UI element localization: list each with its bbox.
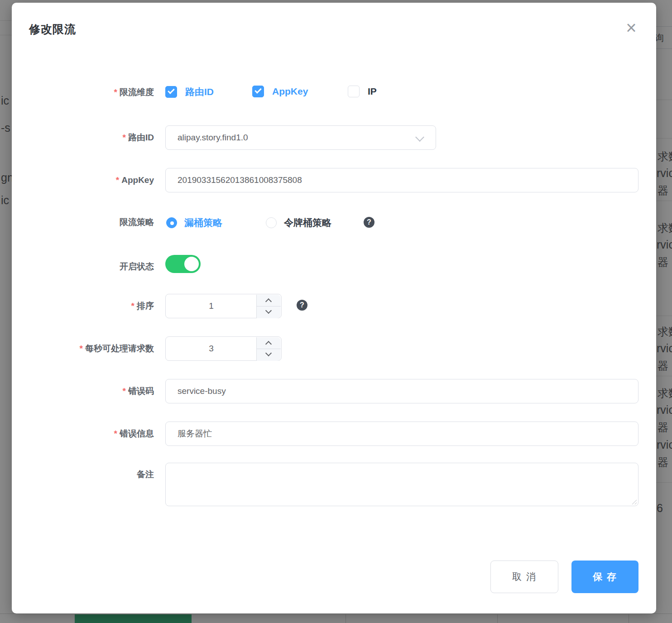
- qps-number-input[interactable]: 3: [165, 336, 282, 361]
- error-message-input[interactable]: 服务器忙: [165, 422, 638, 446]
- field-label-route-id: *路由ID: [12, 125, 154, 150]
- input-value: 3: [209, 344, 214, 353]
- cancel-button[interactable]: 取 消: [490, 561, 558, 593]
- close-icon[interactable]: ×: [621, 18, 641, 38]
- check-icon: [254, 86, 262, 94]
- remark-textarea[interactable]: [165, 463, 638, 506]
- field-label-appkey: *AppKey: [12, 168, 154, 192]
- checkbox-route-id[interactable]: 路由ID: [165, 86, 214, 98]
- checkbox-box: [348, 86, 360, 97]
- stepper-decrease-button[interactable]: [257, 307, 281, 318]
- stepper-increase-button[interactable]: [257, 295, 281, 307]
- field-label-sort: *排序: [12, 294, 154, 318]
- help-icon[interactable]: ?: [297, 300, 307, 311]
- checkbox-ip[interactable]: IP: [348, 86, 377, 97]
- field-label-strategy: 限流策略: [12, 216, 154, 228]
- required-asterisk: *: [80, 344, 83, 353]
- field-label-error-code: *错误码: [12, 379, 154, 403]
- input-value: 20190331562013861008375808: [178, 175, 302, 185]
- dialog-title: 修改限流: [29, 22, 76, 37]
- chevron-up-icon: [265, 298, 272, 305]
- chevron-down-icon: [265, 307, 272, 314]
- chevron-down-icon: [415, 133, 424, 142]
- radio-label: 漏桶策略: [184, 216, 222, 229]
- field-label-remark: 备注: [12, 468, 154, 481]
- radio-label: 令牌桶策略: [284, 216, 331, 229]
- required-asterisk: *: [131, 301, 134, 311]
- stepper-increase-button[interactable]: [257, 337, 281, 349]
- resize-handle-icon[interactable]: [631, 498, 637, 504]
- route-id-select[interactable]: alipay.story.find1.0: [165, 125, 436, 150]
- required-asterisk: *: [116, 175, 119, 185]
- save-button[interactable]: 保 存: [571, 561, 638, 593]
- field-label-status: 开启状态: [12, 258, 154, 276]
- required-asterisk: *: [114, 87, 117, 97]
- chevron-down-icon: [265, 350, 272, 356]
- status-toggle[interactable]: [165, 255, 201, 273]
- number-stepper: [256, 295, 281, 318]
- input-value: 1: [209, 301, 214, 311]
- toggle-knob: [184, 257, 199, 271]
- radio-token-bucket[interactable]: 令牌桶策略: [266, 216, 331, 229]
- field-label-qps: *每秒可处理请求数: [12, 336, 154, 361]
- check-icon: [168, 87, 175, 94]
- checkbox-label: AppKey: [272, 86, 308, 97]
- input-value: 服务器忙: [178, 429, 212, 438]
- input-value: service-busy: [178, 386, 226, 396]
- required-asterisk: *: [114, 429, 117, 438]
- chevron-up-icon: [265, 341, 272, 347]
- radio-dot: [166, 217, 177, 228]
- number-stepper: [256, 337, 281, 361]
- checkbox-label: 路由ID: [185, 86, 214, 98]
- error-code-input[interactable]: service-busy: [165, 379, 638, 403]
- checkbox-box: [252, 86, 264, 97]
- appkey-input[interactable]: 20190331562013861008375808: [165, 168, 638, 192]
- checkbox-appkey[interactable]: AppKey: [252, 86, 308, 97]
- field-label-error-message: *错误信息: [12, 422, 154, 446]
- checkbox-label: IP: [368, 86, 377, 97]
- edit-rate-limit-dialog: 修改限流 × *限流维度 路由ID AppKey IP *路由ID alipay…: [12, 3, 656, 613]
- radio-leaky-bucket[interactable]: 漏桶策略: [166, 216, 222, 229]
- required-asterisk: *: [123, 133, 126, 142]
- checkbox-box: [165, 86, 177, 98]
- sort-number-input[interactable]: 1: [165, 294, 282, 318]
- help-icon[interactable]: ?: [364, 217, 374, 228]
- required-asterisk: *: [123, 386, 126, 396]
- field-label-dimension: *限流维度: [12, 86, 154, 99]
- radio-dot: [266, 217, 277, 228]
- select-value: alipay.story.find1.0: [178, 133, 248, 142]
- stepper-decrease-button[interactable]: [257, 349, 281, 361]
